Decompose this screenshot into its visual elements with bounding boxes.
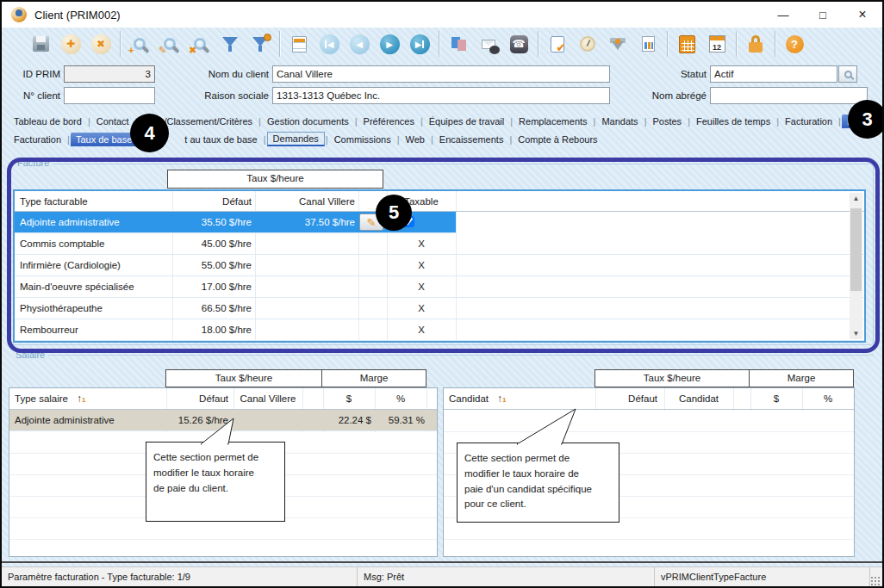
search-new-button[interactable]: +	[127, 32, 153, 56]
table-row[interactable]: Commis comptable 45.00 $/hre X	[15, 233, 864, 255]
import-button[interactable]	[605, 32, 631, 56]
contacts-button[interactable]	[445, 32, 471, 56]
minimize-button[interactable]: —	[763, 2, 803, 28]
nav-last-button[interactable]: ▶	[407, 32, 433, 56]
scrollbar-thumb[interactable]	[850, 208, 862, 291]
subtab-compte-a-rebours[interactable]: Compte à Rebours	[513, 133, 602, 146]
nav-first-icon: ◀	[320, 34, 339, 54]
salaire-candidat-span-taux: Taux $/heure	[595, 369, 750, 387]
search-clear-button[interactable]: ✖	[187, 32, 213, 56]
calculator-button[interactable]	[674, 32, 700, 56]
dashboard-button[interactable]	[575, 32, 601, 56]
maximize-button[interactable]: □	[803, 2, 843, 28]
tab-tableau-de-bord[interactable]: Tableau de bord	[9, 115, 87, 128]
subtab-web[interactable]: Web	[401, 133, 430, 146]
filter-button[interactable]	[217, 32, 243, 56]
subtab-demandes[interactable]: Demandes	[267, 132, 325, 146]
cell-taxable: X	[387, 298, 456, 319]
nav-previous-button[interactable]: ◀	[346, 32, 372, 56]
filter-icon	[221, 35, 239, 53]
reports-button[interactable]	[635, 32, 661, 56]
lock-button[interactable]	[743, 32, 769, 56]
facture-group-label: Facture	[14, 158, 53, 168]
toolbar-separator	[279, 31, 280, 57]
table-row[interactable]: Main-d'oeuvre spécialisée 17.00 $/hre X	[15, 276, 864, 298]
facture-scrollbar[interactable]: ▲ ▼	[850, 193, 862, 339]
raison-sociale-input[interactable]: 1313-1313 Québec Inc.	[272, 87, 610, 104]
no-client-input[interactable]	[64, 87, 155, 104]
cancel-icon: ✖	[91, 34, 111, 54]
col-defaut: Défaut	[595, 388, 657, 409]
messages-button[interactable]	[476, 32, 501, 56]
tab-remplacements[interactable]: Remplacements	[514, 115, 592, 128]
table-row[interactable]: Rembourreur 18.00 $/hre X	[15, 319, 864, 341]
nav-first-button[interactable]: ◀	[316, 32, 342, 56]
nav-next-button[interactable]: ▶	[377, 32, 402, 56]
tab-preferences[interactable]: Préférences	[358, 115, 420, 128]
tab-gestion-documents[interactable]: Gestion documents	[262, 115, 354, 128]
lock-icon	[748, 34, 763, 53]
add-button[interactable]: ✚	[58, 32, 84, 56]
save-button[interactable]	[28, 32, 53, 56]
callout-candidat: Cette section permet de modifier le taux…	[457, 443, 619, 523]
list-form-button[interactable]	[286, 32, 312, 56]
save-icon	[33, 36, 49, 52]
callout-pointer	[510, 406, 583, 445]
col-percent: %	[802, 388, 854, 409]
table-row[interactable]: Physiothérapeuthe 66.50 $/hre X	[15, 298, 864, 319]
window-title: Client (PRIM002)	[34, 9, 121, 22]
subtab-commissions[interactable]: Commissions	[329, 133, 396, 146]
tab-facturation-main[interactable]: Facturation	[780, 115, 837, 128]
cell-type: Rembourreur	[20, 319, 168, 340]
tab-equipes-de-travail[interactable]: Équipes de travail	[424, 115, 509, 128]
nom-abrege-input[interactable]	[710, 87, 868, 104]
cell-defaut: 66.50 $/hre	[172, 298, 252, 319]
sort-ascending-icon[interactable]: ↑1	[77, 388, 85, 409]
calendar-button[interactable]: 12	[704, 32, 730, 56]
app-icon	[11, 7, 27, 22]
scroll-down-icon[interactable]: ▼	[853, 330, 860, 337]
tasks-button[interactable]: ✔	[545, 32, 570, 56]
salaire-group-label: Salaire	[12, 350, 48, 360]
nom-du-client-label: Nom du client	[183, 66, 269, 82]
close-button[interactable]: ×	[843, 2, 882, 28]
statut-input[interactable]: Actif	[710, 65, 837, 83]
calendar-icon: 12	[709, 35, 725, 53]
nom-du-client-input[interactable]: Canal Villere	[272, 65, 610, 83]
id-prim-field: 3	[64, 65, 155, 83]
subtab-encaissements[interactable]: Encaissements	[434, 133, 509, 146]
step-badge-5: 5	[376, 195, 412, 231]
col-canal-villere: Canal Villere	[233, 388, 302, 409]
phone-icon: ☎	[510, 35, 528, 53]
phone-button[interactable]: ☎	[506, 32, 532, 56]
toolbar-separator	[538, 31, 538, 57]
statut-lookup-button[interactable]	[838, 65, 857, 83]
help-button[interactable]: ?	[781, 32, 807, 56]
tab-postes[interactable]: Postes	[647, 115, 687, 128]
toolbar-separator	[736, 31, 737, 57]
tab-feuilles-de-temps[interactable]: Feuilles de temps	[691, 115, 775, 128]
cell-defaut: 45.00 $/hre	[172, 233, 252, 254]
no-client-label: N° client	[10, 88, 60, 103]
subtab-facturation[interactable]: Facturation	[9, 133, 66, 146]
cell-type: Infirmière (Cardiologie)	[20, 255, 168, 275]
cell-client: 37.50 $/hre	[258, 212, 355, 232]
facture-header-row: Type facturable Défaut Canal Villere Tax…	[15, 191, 864, 212]
search-edit-button[interactable]: ✎	[157, 32, 183, 56]
tab-contact[interactable]: Contact	[91, 115, 134, 128]
subtab-taux-de-base[interactable]: Taux de base	[71, 133, 137, 146]
statut-label: Statut	[629, 66, 707, 82]
resize-grip-icon[interactable]	[870, 576, 881, 586]
import-arrow-icon	[609, 35, 626, 53]
table-row[interactable]: Infirmière (Cardiologie) 55.00 $/hre X	[15, 255, 864, 276]
tab-mandats[interactable]: Mandats	[596, 115, 643, 128]
cancel-button[interactable]: ✖	[88, 32, 114, 56]
cell-defaut: 17.00 $/hre	[172, 276, 252, 297]
cell-taxable: X	[387, 255, 456, 275]
sort-ascending-icon[interactable]: ↑1	[497, 388, 506, 409]
nav-next-icon: ▶	[380, 34, 400, 54]
salaire-candidat-span-marge: Marge	[749, 369, 854, 387]
filter-settings-button[interactable]	[247, 32, 273, 56]
scroll-up-icon[interactable]: ▲	[853, 195, 860, 202]
cell-defaut: 55.00 $/hre	[172, 255, 252, 275]
